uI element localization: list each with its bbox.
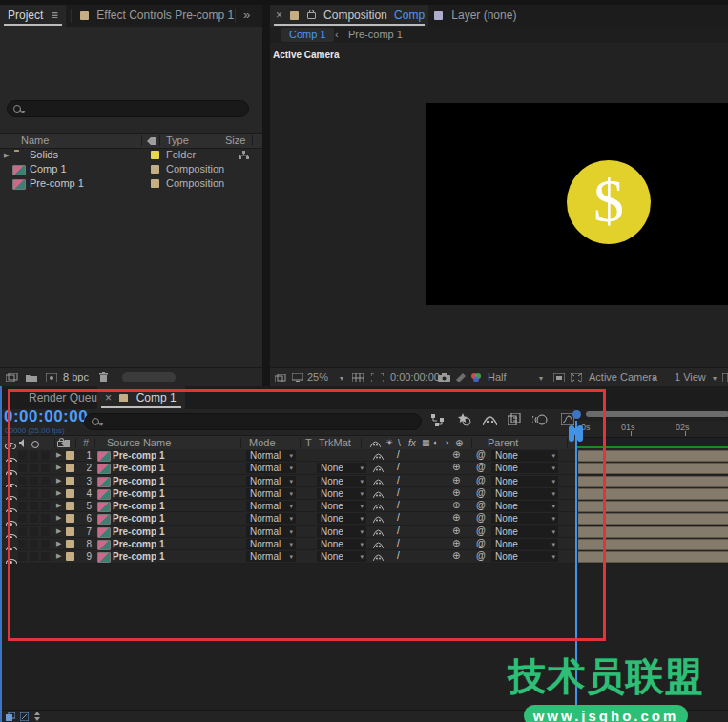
tab-project-label: Project — [8, 9, 43, 22]
item-type: Composition — [166, 176, 224, 191]
breadcrumb-parent[interactable]: Pre-comp 1 — [348, 27, 403, 43]
project-tabbar: Project ≡ Effect Controls Pre-comp 1 » — [0, 5, 262, 27]
chevron-down-icon[interactable]: ▾ — [713, 374, 717, 382]
watermark-url: www.jsgho.com — [524, 705, 688, 722]
resolution-dropdown[interactable]: Half — [488, 371, 507, 382]
dollar-coin-graphic: $ — [567, 160, 651, 244]
item-type: Composition — [166, 162, 224, 176]
tab-composition-word: Composition — [323, 9, 387, 22]
switches-modes-toggle-icon[interactable] — [33, 712, 41, 721]
breadcrumb-current[interactable]: Comp 1 — [281, 28, 334, 42]
project-row-solids[interactable]: ▶ Solids Folder — [0, 148, 262, 162]
active-tab-underline — [4, 24, 62, 26]
watermark: 技术员联盟 www.jsgho.com — [496, 650, 716, 722]
tab-effect-controls[interactable]: Effect Controls Pre-comp 1 — [80, 5, 234, 27]
ruler-label-01s: 01s — [621, 423, 635, 432]
project-search-input[interactable]: ▾ — [7, 100, 249, 117]
column-type[interactable]: Type — [166, 134, 189, 148]
tab-divider — [235, 9, 236, 23]
annotation-rectangle — [8, 389, 606, 641]
lock-icon[interactable] — [307, 12, 316, 19]
composition-panel: × Composition Comp 1 ≡ Layer (none) Comp… — [270, 5, 728, 386]
chevron-down-icon[interactable]: ▾ — [653, 374, 656, 382]
tab-overflow-icon[interactable]: » — [243, 8, 250, 22]
label-color-swatch[interactable] — [151, 151, 159, 159]
expand-in-out-icon[interactable] — [6, 712, 15, 721]
render-network-icon — [239, 151, 249, 160]
tab-effect-controls-label: Effect Controls Pre-comp 1 — [96, 9, 234, 22]
create-folder-icon[interactable] — [26, 373, 37, 382]
close-tab-icon[interactable]: × — [276, 9, 282, 22]
label-tag-icon[interactable] — [147, 137, 156, 145]
composition-thumbnail-icon — [12, 165, 26, 175]
target-region-icon[interactable] — [553, 373, 565, 382]
tab-divider — [71, 9, 72, 23]
item-name: Pre-comp 1 — [30, 176, 84, 191]
composition-toolbar: 25% ▾ 0:00:00:00 Half ▾ Active Camera ▾ … — [270, 367, 728, 387]
project-list-header: Name Type Size — [0, 133, 262, 149]
primary-viewer-icon[interactable] — [292, 373, 303, 382]
timeline-navigator-bar[interactable] — [586, 411, 728, 417]
panel-color-swatch — [290, 11, 299, 20]
item-name: Solids — [30, 148, 58, 162]
search-icon — [13, 105, 21, 113]
composition-thumbnail-icon — [12, 179, 26, 190]
project-row-comp1[interactable]: Comp 1 Composition — [0, 162, 262, 176]
breadcrumb-separator-icon: ‹ — [335, 27, 339, 43]
panel-color-swatch — [80, 11, 89, 20]
project-footer-toolbar: 8 bpc — [0, 367, 262, 387]
magnification-dropdown[interactable]: 25% — [307, 371, 328, 382]
item-type: Folder — [166, 148, 196, 162]
project-panel: Project ≡ Effect Controls Pre-comp 1 » ▾… — [0, 5, 262, 386]
tab-layer-label: Layer (none) — [451, 9, 516, 22]
grid-guides-icon[interactable] — [352, 373, 364, 382]
composition-breadcrumb: Comp 1 ‹ Pre-comp 1 — [270, 27, 728, 43]
tab-project[interactable]: Project ≡ — [0, 5, 66, 27]
channel-rgb-icon[interactable] — [470, 372, 482, 382]
trash-icon[interactable] — [99, 372, 108, 382]
active-tab-underline — [274, 24, 425, 26]
expand-arrow-icon[interactable]: ▶ — [4, 148, 9, 162]
view-layout-dropdown[interactable]: 1 View — [675, 371, 706, 382]
column-size[interactable]: Size — [225, 134, 245, 148]
panel-menu-icon[interactable]: ≡ — [52, 9, 58, 22]
composition-viewer[interactable]: Active Camera $ — [270, 43, 728, 367]
chevron-down-icon[interactable]: ▾ — [539, 374, 543, 382]
dollar-symbol: $ — [567, 166, 651, 237]
tab-composition[interactable]: × Composition Comp 1 ≡ — [270, 5, 428, 27]
tab-layer[interactable]: Layer (none) — [434, 5, 516, 27]
toolbar-timecode[interactable]: 0:00:00:00 — [390, 371, 440, 382]
show-snapshot-icon[interactable] — [456, 373, 466, 382]
camera-view-dropdown[interactable]: Active Camera — [589, 371, 657, 382]
watermark-title: 技术员联盟 — [496, 650, 716, 703]
composition-canvas[interactable]: $ — [426, 103, 728, 305]
pixel-aspect-icon[interactable] — [722, 373, 728, 382]
column-name[interactable]: Name — [21, 134, 49, 148]
project-row-precomp1[interactable]: Pre-comp 1 Composition — [0, 176, 262, 191]
panel-divider[interactable] — [262, 5, 270, 386]
create-composition-icon[interactable] — [46, 373, 57, 382]
item-name: Comp 1 — [30, 162, 67, 176]
transparency-grid-icon[interactable] — [571, 373, 582, 382]
chevron-down-icon[interactable]: ▾ — [340, 374, 343, 382]
label-color-swatch[interactable] — [151, 165, 159, 174]
panel-color-swatch — [434, 11, 443, 20]
label-color-swatch[interactable] — [151, 179, 159, 188]
bit-depth-button[interactable]: 8 bpc — [63, 371, 89, 382]
region-of-interest-icon[interactable] — [371, 373, 384, 382]
interpret-footage-icon[interactable] — [6, 373, 18, 382]
after-effects-window: Project ≡ Effect Controls Pre-comp 1 » ▾… — [0, 0, 728, 722]
view-label: Active Camera — [273, 50, 339, 60]
search-options-chevron-icon: ▾ — [22, 108, 25, 114]
composition-tabbar: × Composition Comp 1 ≡ Layer (none) — [270, 5, 728, 27]
render-time-icon[interactable] — [20, 712, 29, 721]
always-preview-icon[interactable] — [275, 374, 286, 382]
ruler-label-02s: 02s — [676, 423, 690, 432]
horizontal-scrollbar[interactable] — [122, 372, 176, 382]
snapshot-camera-icon[interactable] — [438, 373, 450, 382]
